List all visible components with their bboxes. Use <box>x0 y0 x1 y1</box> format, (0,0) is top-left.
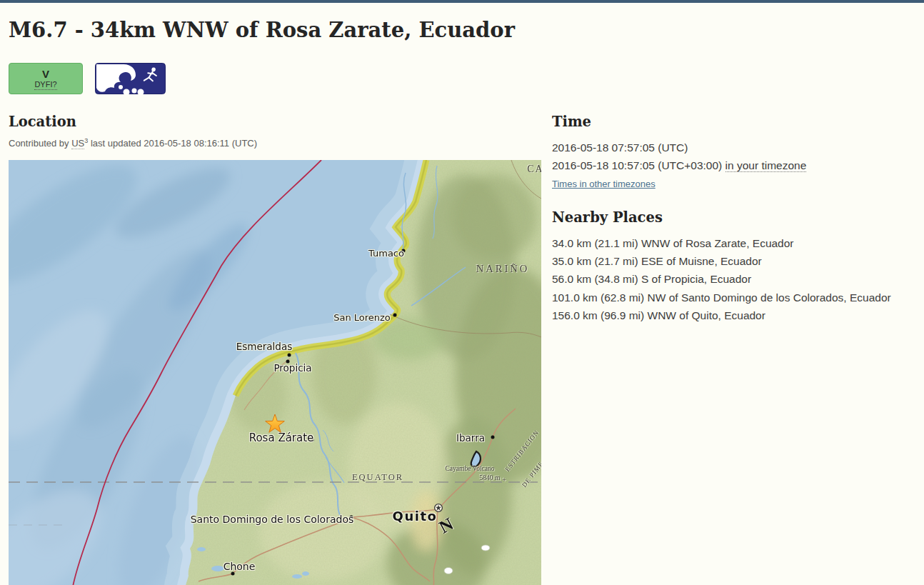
dyfi-label: DYFI? <box>34 80 56 90</box>
nearby-place: 35.0 km (21.7 mi) ESE of Muisne, Ecuador <box>552 252 920 270</box>
nearby-place: 34.0 km (21.1 mi) WNW of Rosa Zarate, Ec… <box>552 234 920 252</box>
map-region-label: + <box>502 476 506 484</box>
dyfi-badge[interactable]: V DYFI? <box>9 63 83 94</box>
epicenter-star-icon <box>263 412 287 439</box>
map-place-label: Chone <box>224 561 256 572</box>
map-place-label: Ibarra <box>456 432 485 444</box>
map-place-dot <box>231 572 235 576</box>
contributed-line: Contributed by US3 last updated 2016-05-… <box>9 137 541 149</box>
nearby-places-list: 34.0 km (21.1 mi) WNW of Rosa Zarate, Ec… <box>552 234 920 324</box>
other-timezones-link[interactable]: Times in other timezones <box>552 179 656 189</box>
map-place-dot <box>393 314 397 317</box>
impact-badges: V DYFI? <box>9 63 924 94</box>
nearby-places-heading: Nearby Places <box>552 209 920 226</box>
map-place-label: Santo Domingo de los Colorados <box>191 514 354 525</box>
your-timezone-tooltip[interactable]: in your timezone <box>725 159 807 172</box>
capital-marker-icon <box>433 503 443 516</box>
dyfi-intensity-value: V <box>42 68 49 80</box>
map-place-label: Esmeraldas <box>236 341 292 352</box>
location-heading: Location <box>9 114 541 130</box>
time-utc: 2016-05-18 07:57:05 (UTC) <box>552 139 920 156</box>
map-place-label: San Lorenzo <box>333 312 391 323</box>
map-place-dot <box>288 354 291 357</box>
map-place-label: Tumaco <box>368 248 404 259</box>
tsunami-wave-icon <box>95 63 166 94</box>
nearby-place: 101.0 km (62.8 mi) NW of Santo Domingo d… <box>552 289 920 306</box>
time-local: 2016-05-18 10:57:05 (UTC+03:00) <box>552 159 722 171</box>
map-region-label: 5840 m <box>480 474 501 481</box>
page-title: M6.7 - 34km WNW of Rosa Zarate, Ecuador <box>9 18 924 42</box>
contributor-link[interactable]: US <box>71 138 84 149</box>
map-place-dot <box>491 436 495 439</box>
tsunami-badge[interactable] <box>95 63 166 94</box>
time-local-line: 2016-05-18 10:57:05 (UTC+03:00) in your … <box>552 156 920 174</box>
nearby-place: 156.0 km (96.9 mi) WNW of Quito, Ecuador <box>552 306 920 324</box>
map-region-label: CA <box>527 164 541 175</box>
map-region-label: Cayambe Volcano <box>445 465 494 472</box>
map-region-label: NARIÑO <box>476 263 529 275</box>
last-updated-text: last updated 2016-05-18 08:16:11 (UTC) <box>91 138 257 149</box>
location-map[interactable]: TumacoSan LorenzoEsmeraldasPropiciaRosa … <box>9 160 541 585</box>
map-overlay: TumacoSan LorenzoEsmeraldasPropiciaRosa … <box>9 160 541 585</box>
map-place-label: Quito <box>393 509 438 524</box>
time-heading: Time <box>552 114 920 130</box>
contributed-prefix: Contributed by <box>9 138 69 149</box>
top-accent-bar <box>0 0 924 3</box>
map-region-label: DE PIME <box>521 460 541 489</box>
map-region-label: EQUATOR <box>352 472 403 483</box>
contributor-superscript: 3 <box>84 137 88 144</box>
map-region-label: N <box>436 514 456 538</box>
map-place-label: Propicia <box>273 362 311 374</box>
nearby-place: 56.0 km (34.8 mi) S of Propicia, Ecuador <box>552 270 920 288</box>
